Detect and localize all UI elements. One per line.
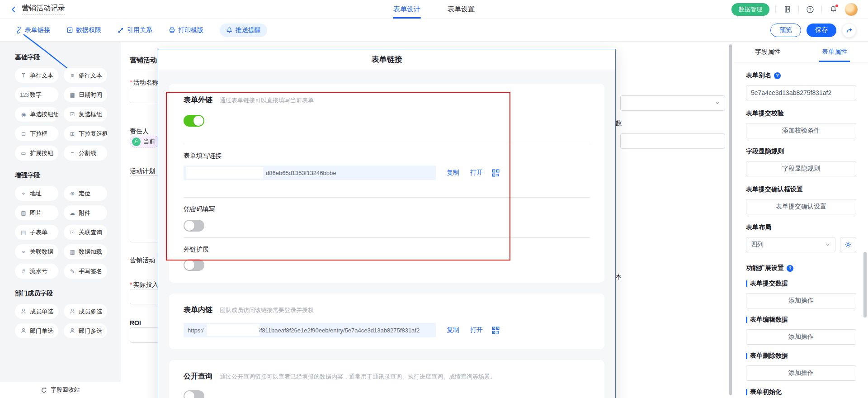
address-book-icon[interactable] (782, 4, 793, 15)
notification-bell-icon[interactable] (828, 4, 839, 15)
blue-bar (746, 317, 747, 323)
person-icon (20, 308, 27, 315)
field-pill[interactable]: ▦ 日期时间 (64, 87, 107, 102)
current-user-chip[interactable]: 户 当前 (130, 136, 160, 147)
bell-icon (226, 27, 233, 33)
toolbar-push-reminder[interactable]: 推送提醒 (220, 24, 267, 37)
person-icon (69, 308, 76, 315)
field-pill[interactable]: ▭ 扩展按钮 (15, 146, 58, 161)
tab-form-design[interactable]: 表单设计 (393, 0, 420, 19)
svg-text:?: ? (809, 7, 811, 12)
field-pill[interactable]: ⊟ 下拉框 (15, 126, 58, 141)
field-pill[interactable]: ▤ 子表单 (15, 225, 58, 240)
user-avatar[interactable] (844, 3, 858, 16)
field-pill[interactable]: # 流水号 (15, 264, 58, 279)
user-chip-avatar: 户 (132, 137, 141, 146)
help-icon[interactable]: ? (805, 4, 816, 15)
panel-scrollbar[interactable] (863, 252, 867, 317)
blue-bar (746, 353, 747, 359)
field-pill[interactable]: ⊕ 定位 (64, 186, 107, 201)
tab-field-properties[interactable]: 字段属性 (734, 42, 801, 62)
property-action-button[interactable]: 字段显隐规则 (746, 161, 856, 176)
extend-toggle[interactable] (184, 259, 204, 271)
field-pill[interactable]: ▥ 数据加载 (64, 244, 107, 259)
field-pill[interactable]: ▧ 图片 (15, 205, 58, 220)
layout-select[interactable]: 四列 (746, 237, 835, 252)
toolbar-reference-relation[interactable]: 引用关系 (118, 26, 152, 34)
save-button[interactable]: 保存 (807, 24, 836, 37)
add-action-button[interactable]: 添加操作 (746, 365, 856, 381)
canvas-scrollbar[interactable] (729, 44, 732, 395)
field-recycle-bin[interactable]: 字段回收站 (0, 382, 121, 398)
share-arrow-icon (845, 27, 853, 34)
form-section-title: 营销活动 (130, 56, 157, 65)
field-pill[interactable]: ⌖ 地址 (15, 186, 58, 201)
field-pill[interactable]: 成员多选 (64, 304, 107, 319)
form-input[interactable] (620, 133, 725, 149)
tab-form-properties[interactable]: 表单属性 (801, 42, 868, 62)
divider (184, 237, 590, 238)
share-button[interactable] (842, 23, 856, 38)
field-pill[interactable]: ⊞ 下拉复选框 (64, 126, 107, 141)
field-type-icon: # (20, 269, 27, 274)
preview-button[interactable]: 预览 (770, 24, 801, 37)
form-toolbar: 表单链接 数据权限 引用关系 打印模版 推送提醒 预览 保存 (0, 19, 868, 42)
internal-link-value[interactable]: https:/ 5f811baeaf8f26e1e2f90eeb/entry/5… (184, 323, 436, 337)
open-link-button[interactable]: 打开 (470, 169, 483, 177)
field-pill[interactable]: = 分割线 (64, 146, 107, 161)
property-label: 字段显隐规则 (746, 147, 856, 156)
internal-link-desc: 团队成员访问该链接需要登录并授权 (220, 306, 314, 314)
divider (184, 144, 590, 144)
property-action-button[interactable]: 表单提交确认设置 (746, 199, 856, 214)
field-pill[interactable]: ≡ 多行文本 (64, 68, 107, 83)
field-pill[interactable]: 部门单选 (15, 323, 58, 338)
help-icon[interactable]: ? (774, 72, 781, 79)
field-pill[interactable]: 123 数字 (15, 87, 58, 102)
divider (798, 6, 799, 13)
help-icon[interactable]: ? (787, 265, 793, 272)
field-pill[interactable]: T 单行文本 (15, 68, 58, 83)
data-manage-button[interactable]: 数据管理 (731, 3, 769, 16)
property-label: 表单提交校验 (746, 109, 856, 118)
field-pill[interactable]: ◉ 单选按钮组 (15, 107, 58, 122)
external-link-toggle[interactable] (184, 115, 204, 127)
password-fill-toggle[interactable] (184, 220, 204, 232)
toolbar-data-permission[interactable]: 数据权限 (66, 26, 101, 34)
toolbar-form-link[interactable]: 表单链接 (15, 26, 50, 34)
form-field-label: 责任人 (130, 128, 149, 136)
copy-link-button[interactable]: 复制 (447, 326, 459, 334)
extend-label: 外链扩展 (184, 246, 590, 254)
field-pill[interactable]: ⊡ 关联查询 (64, 225, 107, 240)
public-query-toggle[interactable] (184, 390, 204, 398)
field-pill[interactable]: 成员单选 (15, 304, 58, 319)
extension-group: 表单编辑数据 添加操作 (746, 316, 856, 345)
form-select[interactable] (620, 95, 725, 111)
recycle-icon (41, 387, 47, 393)
extension-group: 表单删除数据 添加操作 (746, 352, 856, 381)
palette-section-members: 部门成员字段 成员单选 成员多选 部门单选 (15, 289, 113, 338)
back-button[interactable] (10, 6, 17, 13)
field-pill[interactable]: ∞ 关联数据 (15, 244, 58, 259)
tab-form-settings[interactable]: 表单设置 (448, 0, 475, 19)
field-pill[interactable]: ✎ 手写签名 (64, 264, 107, 279)
add-action-button[interactable]: 添加操作 (746, 293, 856, 308)
form-alias-input[interactable] (746, 85, 856, 100)
section-title: 部门成员字段 (15, 289, 113, 298)
person-icon (69, 327, 76, 335)
qr-code-icon[interactable] (492, 169, 500, 177)
palette-section-enhanced: 增强字段 ⌖ 地址 ⊕ 定位 ▧ 图片 (15, 171, 113, 279)
field-pill[interactable]: ☁ 附件 (64, 205, 107, 220)
field-type-icon: ≡ (69, 73, 76, 78)
qr-code-icon[interactable] (492, 327, 500, 334)
toolbar-print-template[interactable]: 打印模版 (169, 26, 203, 34)
field-pill[interactable]: ☑ 复选框组 (64, 107, 107, 122)
field-type-icon: ▭ (20, 151, 27, 156)
open-link-button[interactable]: 打开 (470, 326, 483, 334)
extension-label: 表单编辑数据 (746, 316, 856, 324)
field-pill[interactable]: 部门多选 (64, 323, 107, 338)
fill-link-value[interactable]: d86eb65d1353f13246bbbe (184, 166, 436, 180)
add-action-button[interactable]: 添加操作 (746, 329, 856, 345)
copy-link-button[interactable]: 复制 (447, 169, 459, 177)
layout-settings-button[interactable] (840, 237, 856, 252)
property-action-button[interactable]: 添加校验条件 (746, 123, 856, 138)
